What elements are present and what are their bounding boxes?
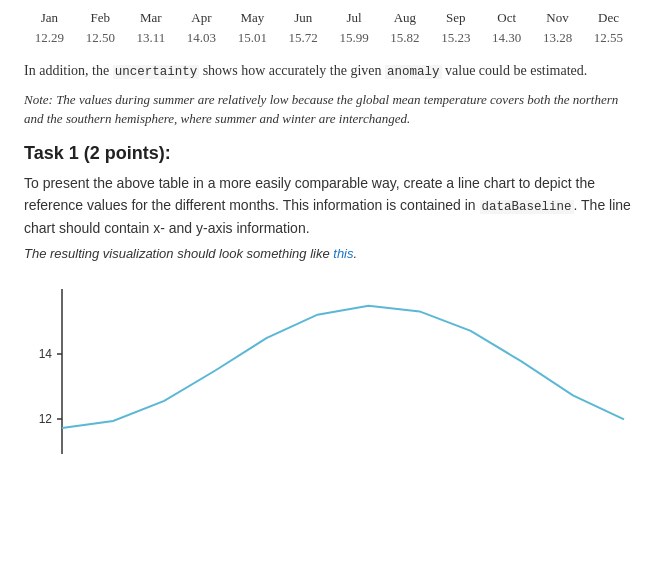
this-link[interactable]: this: [333, 246, 353, 261]
month-value-mar: 13.11: [126, 28, 176, 48]
line-chart: 14 12: [24, 279, 634, 479]
uncertainty-code: uncertainty: [113, 65, 200, 79]
svg-text:14: 14: [39, 347, 53, 361]
month-value-jul: 15.99: [329, 28, 380, 48]
month-value-apr: 14.03: [176, 28, 227, 48]
month-value-aug: 15.82: [379, 28, 430, 48]
task-note: The resulting visualization should look …: [24, 246, 634, 261]
note-paragraph: Note: The values during summer are relat…: [24, 90, 634, 129]
month-value-sep: 15.23: [430, 28, 481, 48]
svg-text:12: 12: [39, 412, 53, 426]
month-header-dec: Dec: [583, 8, 634, 28]
month-header-jan: Jan: [24, 8, 75, 28]
task-description: To present the above table in a more eas…: [24, 172, 634, 240]
chart-container: 14 12: [24, 279, 634, 479]
month-value-jun: 15.72: [278, 28, 329, 48]
month-value-oct: 14.30: [481, 28, 532, 48]
month-value-feb: 12.50: [75, 28, 126, 48]
month-value-jan: 12.29: [24, 28, 75, 48]
month-header-jul: Jul: [329, 8, 380, 28]
month-header-apr: Apr: [176, 8, 227, 28]
month-header-mar: Mar: [126, 8, 176, 28]
month-value-nov: 13.28: [532, 28, 583, 48]
month-header-aug: Aug: [379, 8, 430, 28]
month-header-may: May: [227, 8, 278, 28]
databaseline-code: dataBaseline: [480, 200, 574, 214]
task-heading: Task 1 (2 points):: [24, 143, 634, 164]
anomaly-code: anomaly: [385, 65, 442, 79]
month-value-dec: 12.55: [583, 28, 634, 48]
month-header-feb: Feb: [75, 8, 126, 28]
month-header-sep: Sep: [430, 8, 481, 28]
month-header-oct: Oct: [481, 8, 532, 28]
month-table: JanFebMarAprMayJunJulAugSepOctNovDec 12.…: [24, 8, 634, 48]
month-value-may: 15.01: [227, 28, 278, 48]
month-header-jun: Jun: [278, 8, 329, 28]
description-paragraph: In addition, the uncertainty shows how a…: [24, 60, 634, 82]
month-header-nov: Nov: [532, 8, 583, 28]
